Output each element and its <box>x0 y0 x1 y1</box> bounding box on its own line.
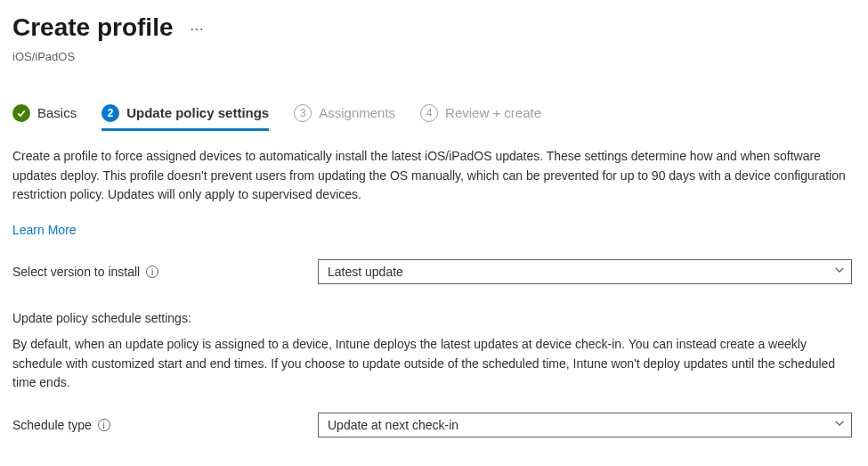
step-number-icon: 4 <box>420 104 438 122</box>
info-icon[interactable]: i <box>146 266 158 278</box>
select-value: Latest update <box>328 263 403 282</box>
tab-label: Review + create <box>445 103 541 124</box>
tab-label: Update policy settings <box>126 103 269 124</box>
schedule-type-select[interactable]: Update at next check-in <box>318 413 852 437</box>
step-number-icon: 3 <box>294 104 312 122</box>
version-label: Select version to install i <box>12 263 311 282</box>
tab-review-create[interactable]: 4 Review + create <box>420 103 541 131</box>
tab-update-policy-settings[interactable]: 2 Update policy settings <box>101 103 269 131</box>
check-icon <box>12 104 30 122</box>
label-text: Schedule type <box>12 416 92 435</box>
select-value: Update at next check-in <box>328 416 458 435</box>
learn-more-link[interactable]: Learn More <box>12 221 77 240</box>
tab-label: Basics <box>37 103 77 124</box>
schedule-settings-heading: Update policy schedule settings: <box>12 309 856 328</box>
step-number-icon: 2 <box>101 104 119 122</box>
page-subtitle: iOS/iPadOS <box>12 48 856 66</box>
info-icon[interactable]: i <box>98 419 110 431</box>
tab-basics[interactable]: Basics <box>12 103 77 131</box>
label-text: Select version to install <box>12 263 140 282</box>
tab-assignments[interactable]: 3 Assignments <box>294 103 395 131</box>
chevron-down-icon <box>833 416 846 435</box>
wizard-tabs: Basics 2 Update policy settings 3 Assign… <box>12 103 856 132</box>
version-select[interactable]: Latest update <box>318 259 852 284</box>
page-description: Create a profile to force assigned devic… <box>12 147 849 205</box>
more-actions-icon[interactable]: ⋯ <box>190 19 206 40</box>
page-title: Create profile <box>12 9 174 46</box>
schedule-type-label: Schedule type i <box>12 416 311 435</box>
chevron-down-icon <box>833 263 846 282</box>
tab-label: Assignments <box>319 103 395 124</box>
schedule-settings-description: By default, when an update policy is ass… <box>12 335 849 393</box>
